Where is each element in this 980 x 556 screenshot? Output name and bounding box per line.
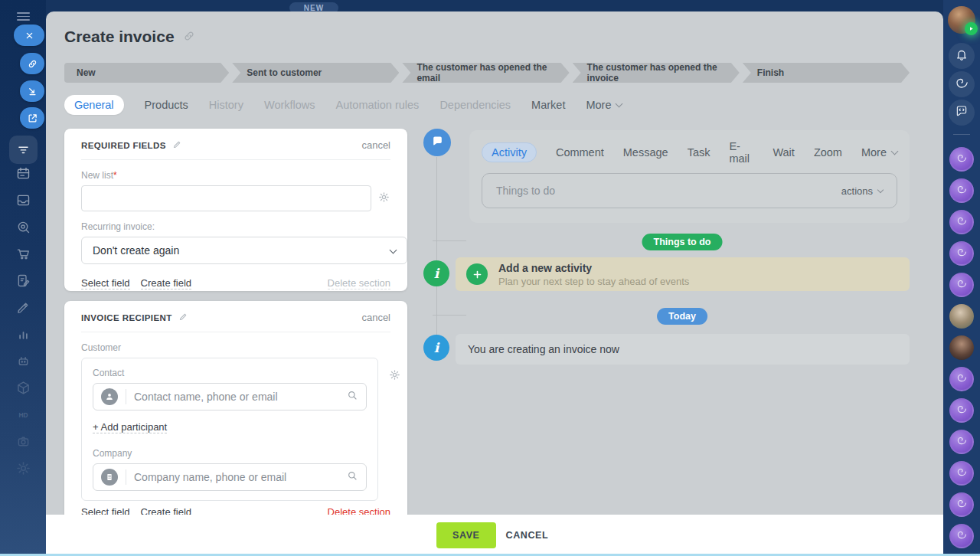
cancel-section-link[interactable]: cancel [361,139,390,151]
sidebar-item-filter[interactable] [9,136,38,164]
tab-history[interactable]: History [209,99,243,111]
todo-composer-input[interactable]: Things to do actions [482,173,897,208]
play-icon[interactable] [965,22,978,35]
inbox-icon [15,192,31,208]
tab-products[interactable]: Products [145,99,188,111]
camera-icon [15,433,31,450]
pipeline-stage-opened-email[interactable]: The customer has opened the email [402,63,569,83]
notifications-button[interactable] [949,43,975,69]
contact-placeholder: Contact name, phone or email [134,391,346,403]
app-shortcut-2[interactable] [949,178,974,203]
search-icon [346,389,358,404]
close-button[interactable] [14,25,44,46]
app-shortcut-4[interactable] [949,241,974,266]
target-icon [15,219,31,235]
main-tabs: General Products History Workflows Autom… [64,93,622,116]
document-icon [15,273,31,289]
info-message-card: You are creating an invoice now [456,334,910,365]
cancel-section-link[interactable]: cancel [361,312,390,323]
app-swirl-icon [956,184,967,198]
feed-tab-email[interactable]: E-mail [729,140,753,165]
user-avatar[interactable] [948,6,975,34]
tab-workflows[interactable]: Workflows [264,99,315,111]
save-button[interactable]: SAVE [436,522,496,548]
feed-comment-bubble[interactable] [423,129,451,156]
sidebar-item-document[interactable] [15,273,31,289]
bell-icon [955,47,969,64]
edit-section-icon[interactable] [172,139,182,151]
pipeline-stage-sent[interactable]: Sent to customer [232,63,399,83]
sidebar-item-settings[interactable] [15,460,31,476]
feed-tab-message[interactable]: Message [623,146,668,159]
app-shortcut-7[interactable] [949,398,974,423]
app-swirl-icon [956,152,967,166]
recurring-invoice-select[interactable]: Don't create again [81,237,407,264]
external-button[interactable] [20,107,44,129]
pipeline-stage-opened-invoice[interactable]: The customer has opened the invoice [573,63,740,83]
tab-general[interactable]: General [64,95,124,115]
app-shortcut-11[interactable] [949,524,974,548]
sidebar-item-calendar[interactable] [15,165,31,182]
app-shortcut-8[interactable] [949,430,974,454]
tab-automation-rules[interactable]: Automation rules [336,99,420,111]
actions-dropdown[interactable]: actions [841,185,883,197]
app-shortcut-3[interactable] [949,210,974,234]
new-list-input[interactable] [81,185,371,211]
feed-tab-zoom[interactable]: Zoom [814,146,842,159]
tab-market[interactable]: Market [531,99,565,111]
sidebar-item-bot[interactable] [15,353,31,369]
create-field-link[interactable]: Create field [141,277,191,289]
app-shortcut-5[interactable] [949,273,974,297]
feed-tab-wait[interactable]: Wait [773,146,794,159]
pipeline-stages: New Sent to customer The customer has op… [64,63,910,83]
sidebar-item-inbox[interactable] [15,192,31,208]
add-activity-card[interactable]: Add a new activity Plan your next step t… [456,257,910,291]
delete-section-link[interactable]: Delete section [328,277,390,289]
contact-avatar[interactable] [949,304,974,329]
sidebar-item-stats[interactable] [15,326,31,342]
app-shortcut-9[interactable] [949,461,974,486]
swirl-icon [955,76,969,93]
pipeline-stage-new[interactable]: New [64,63,229,83]
tab-more[interactable]: More [586,99,622,111]
contact-avatar[interactable] [949,335,974,360]
link-button[interactable] [20,53,44,74]
left-sidebar: HD [0,0,46,556]
sidebar-item-package[interactable] [15,380,31,396]
sidebar-item-camera[interactable] [15,433,31,450]
app-shortcut-1[interactable] [949,147,974,172]
customer-box: Contact Contact name, phone or email + A… [81,358,378,501]
feed-tab-comment[interactable]: Comment [556,146,604,159]
app-swirl-icon [956,404,967,417]
required-mark: * [113,170,117,181]
forward-button[interactable] [20,80,44,102]
feed-tab-more[interactable]: More [861,146,897,159]
app-shortcut-6[interactable] [949,367,974,391]
select-field-link[interactable]: Select field [81,277,130,289]
field-settings-gear-icon[interactable] [377,191,390,207]
card-footer: Select field Create field Delete section [81,277,390,289]
edit-section-icon[interactable] [178,312,188,323]
section-title: REQUIRED FIELDS [81,139,182,151]
tab-dependencies[interactable]: Dependencies [439,99,511,111]
app-shortcut-10[interactable] [949,492,974,517]
feed-tab-more-label: More [861,146,887,159]
cancel-button[interactable]: CANCEL [506,530,549,541]
conversations-button[interactable] [949,100,975,126]
sidebar-item-target[interactable] [15,219,31,235]
section-title: INVOICE RECIPIENT [81,312,188,323]
sidebar-item-pencil[interactable] [15,299,31,316]
contact-input[interactable]: Contact name, phone or email [93,383,367,410]
sidebar-item-cart[interactable] [15,246,31,262]
pipeline-stage-finish[interactable]: Finish [743,63,910,83]
copy-link-icon[interactable] [182,29,196,46]
feed-tab-task[interactable]: Task [688,146,710,159]
today-badge: Today [657,308,707,325]
sidebar-item-hd[interactable]: HD [15,407,31,423]
feed-tab-activity[interactable]: Activity [482,142,537,162]
field-settings-gear-icon[interactable] [388,368,401,384]
add-participant-link[interactable]: + Add participant [93,421,167,433]
company-input[interactable]: Company name, phone or email [93,463,367,491]
assistant-button[interactable] [949,71,975,97]
menu-icon[interactable] [17,12,30,21]
